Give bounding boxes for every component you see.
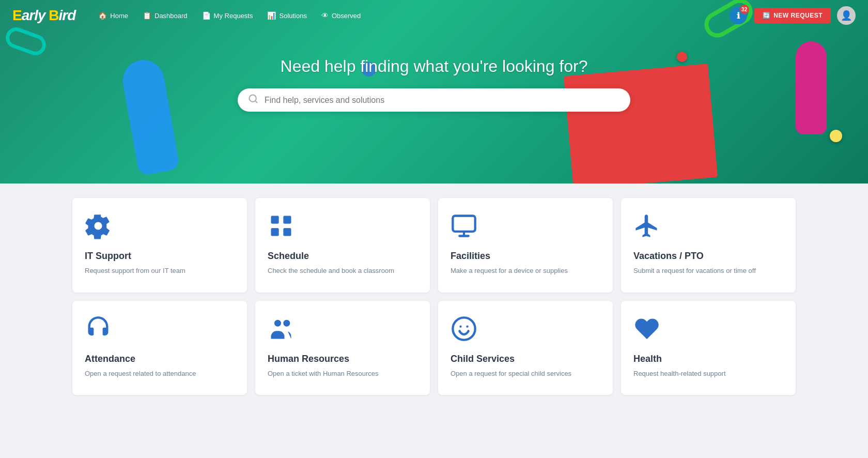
search-input[interactable]: [265, 96, 620, 105]
nav-home-label: Home: [110, 12, 128, 20]
card-schedule[interactable]: Schedule Check the schedule and book a c…: [255, 198, 430, 293]
pin-yellow-decor: [830, 130, 842, 142]
card-human-resources[interactable]: Human Resources Open a ticket with Human…: [255, 301, 430, 395]
nav-solutions-label: Solutions: [279, 12, 306, 20]
monitor-icon: [451, 212, 600, 242]
search-bar: [238, 88, 630, 112]
svg-point-9: [274, 319, 281, 326]
card-it-support-title: IT Support: [85, 251, 235, 262]
smiley-icon: [451, 315, 600, 345]
gear-icon: [85, 212, 235, 242]
nav-links: 🏠 Home 📋 Dashboard 📄 My Requests 📊 Solut…: [92, 8, 728, 23]
heart-icon: [633, 315, 783, 345]
solutions-icon: 📊: [267, 11, 276, 20]
svg-line-1: [255, 101, 257, 103]
observed-icon: 👁: [321, 11, 329, 20]
nav-home[interactable]: 🏠 Home: [92, 8, 134, 23]
my-requests-icon: 📄: [202, 11, 211, 20]
card-facilities[interactable]: Facilities Make a request for a device o…: [438, 198, 613, 293]
dashboard-icon: 📋: [143, 11, 151, 20]
nav-dashboard[interactable]: 📋 Dashboard: [136, 8, 194, 23]
card-schedule-title: Schedule: [268, 251, 417, 262]
notification-button[interactable]: ℹ 32: [729, 6, 748, 25]
card-facilities-desc: Make a request for a device or supplies: [451, 266, 600, 276]
svg-rect-3: [283, 216, 291, 224]
nav-observed-label: Observed: [332, 12, 361, 20]
svg-rect-4: [271, 228, 279, 236]
new-request-button[interactable]: 🔄 NEW REQUEST: [754, 8, 831, 23]
nav-solutions[interactable]: 📊 Solutions: [261, 8, 313, 23]
card-attendance-title: Attendance: [85, 354, 235, 364]
svg-rect-2: [271, 216, 279, 224]
svg-rect-5: [283, 228, 291, 236]
nav-right: ℹ 32 🔄 NEW REQUEST 👤: [729, 6, 856, 25]
card-attendance[interactable]: Attendance Open a request related to att…: [72, 301, 247, 395]
card-vacations-pto-title: Vacations / PTO: [633, 251, 783, 262]
people-icon: [268, 315, 417, 345]
headphones-icon: [85, 315, 235, 345]
card-schedule-desc: Check the schedule and book a classroom: [268, 266, 417, 276]
card-it-support[interactable]: IT Support Request support from our IT t…: [72, 198, 247, 293]
svg-point-12: [459, 325, 461, 327]
app-logo[interactable]: Early Bird: [12, 7, 75, 24]
svg-point-11: [453, 317, 475, 340]
card-child-services-desc: Open a request for special child service…: [451, 369, 600, 379]
card-child-services-title: Child Services: [451, 354, 600, 364]
user-avatar[interactable]: 👤: [837, 6, 856, 25]
hero-title: Need help finding what you're looking fo…: [281, 57, 588, 76]
svg-rect-6: [453, 216, 475, 232]
nav-dashboard-label: Dashboard: [154, 12, 188, 20]
cards-section: IT Support Request support from our IT t…: [0, 184, 868, 416]
card-health-title: Health: [633, 354, 783, 364]
new-request-label: NEW REQUEST: [773, 12, 823, 19]
nav-observed[interactable]: 👁 Observed: [315, 8, 367, 23]
card-child-services[interactable]: Child Services Open a request for specia…: [438, 301, 613, 395]
card-vacations-pto[interactable]: Vacations / PTO Submit a request for vac…: [621, 198, 796, 293]
new-request-icon: 🔄: [763, 12, 771, 19]
card-human-resources-desc: Open a ticket with Human Resources: [268, 369, 417, 379]
card-health[interactable]: Health Request health-related support: [621, 301, 796, 395]
home-icon: 🏠: [98, 11, 107, 20]
card-health-desc: Request health-related support: [633, 369, 783, 379]
svg-point-13: [466, 325, 468, 327]
plane-icon: [633, 212, 783, 242]
nav-my-requests[interactable]: 📄 My Requests: [196, 8, 259, 23]
card-it-support-desc: Request support from our IT team: [85, 266, 235, 276]
notification-count: 32: [740, 5, 749, 14]
card-attendance-desc: Open a request related to attendance: [85, 369, 235, 379]
cards-grid: IT Support Request support from our IT t…: [72, 198, 796, 395]
grid-icon: [268, 212, 417, 242]
svg-point-10: [283, 319, 290, 326]
card-human-resources-title: Human Resources: [268, 354, 417, 364]
nav-my-requests-label: My Requests: [214, 12, 253, 20]
card-facilities-title: Facilities: [451, 251, 600, 262]
card-vacations-pto-desc: Submit a request for vacations or time o…: [633, 266, 783, 276]
search-icon: [248, 94, 258, 106]
